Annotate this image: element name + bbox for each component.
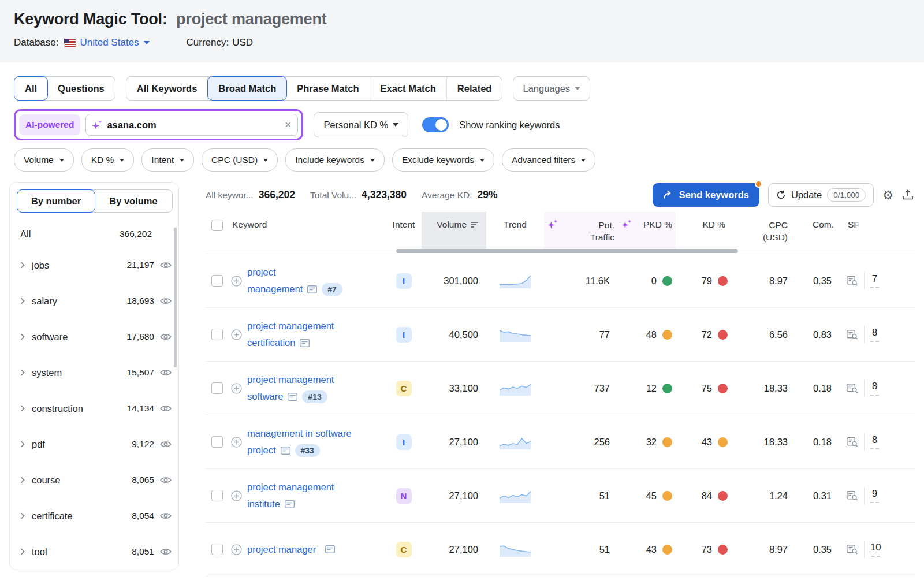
eye-icon[interactable]: [160, 548, 172, 556]
add-keyword-icon[interactable]: [231, 383, 242, 394]
match-type-tab[interactable]: Exact Match: [370, 77, 447, 100]
horizontal-scrollbar[interactable]: [396, 249, 738, 253]
filter-label: KD %: [91, 155, 114, 165]
trend-cell: [486, 434, 544, 449]
ranking-toggle[interactable]: [422, 117, 449, 132]
row-checkbox[interactable]: [211, 544, 223, 555]
keyword-group-row[interactable]: tool 8,051: [17, 534, 173, 570]
filter-dropdown[interactable]: Exclude keywords: [392, 148, 494, 172]
filter-dropdown[interactable]: CPC (USD): [202, 148, 278, 172]
row-checkbox[interactable]: [211, 329, 223, 340]
row-checkbox[interactable]: [211, 436, 223, 448]
keyword-group-row[interactable]: construction 14,134: [17, 390, 173, 426]
database-selector[interactable]: United States: [80, 37, 150, 49]
keyword-link[interactable]: institute: [247, 496, 280, 512]
col-com[interactable]: Com.: [796, 212, 840, 230]
keyword-group-row[interactable]: certificate 8,054: [17, 498, 173, 534]
col-volume[interactable]: Volume: [422, 212, 486, 249]
keyword-link[interactable]: certification: [247, 334, 295, 351]
update-button[interactable]: Update 0/1,000: [768, 183, 874, 207]
serp-features-icon[interactable]: [847, 437, 858, 447]
keyword-link[interactable]: project management: [247, 479, 334, 496]
add-keyword-icon[interactable]: [231, 276, 242, 287]
by-volume-label: By volume: [109, 196, 157, 207]
keyword-link[interactable]: management: [247, 281, 303, 297]
col-keyword[interactable]: Keyword: [231, 212, 386, 230]
domain-input[interactable]: [107, 120, 280, 131]
col-sf[interactable]: SF: [840, 212, 900, 230]
serp-preview-icon[interactable]: [300, 339, 310, 347]
keyword-link[interactable]: project management: [247, 371, 334, 388]
add-keyword-icon[interactable]: [231, 437, 242, 448]
languages-dropdown[interactable]: Languages: [513, 76, 590, 101]
keyword-link[interactable]: project manager: [247, 541, 316, 558]
row-checkbox[interactable]: [211, 275, 223, 287]
select-all-checkbox[interactable]: [211, 220, 223, 231]
keyword-link[interactable]: project management: [247, 318, 334, 334]
filter-dropdown[interactable]: Intent: [141, 148, 194, 172]
keyword-group-row[interactable]: course 8,065: [17, 462, 173, 498]
kd-value: 84: [702, 490, 712, 501]
eye-icon[interactable]: [160, 476, 172, 484]
col-pot-traffic[interactable]: Pot. Traffic: [544, 212, 618, 249]
filter-dropdown[interactable]: Volume: [14, 148, 74, 172]
match-type-tab[interactable]: Phrase Match: [286, 77, 370, 100]
serp-features-icon[interactable]: [847, 384, 858, 393]
settings-gear-icon[interactable]: ⚙: [882, 189, 893, 201]
serp-preview-icon[interactable]: [307, 285, 317, 293]
row-checkbox[interactable]: [211, 382, 223, 394]
keyword-type-tab[interactable]: Questions: [47, 77, 115, 100]
keyword-group-row[interactable]: salary 18,693: [17, 283, 173, 319]
keyword-group-row[interactable]: system 15,507: [17, 355, 173, 390]
col-intent[interactable]: Intent: [386, 212, 422, 230]
col-trend[interactable]: Trend: [486, 212, 544, 230]
match-type-tab[interactable]: All Keywords: [126, 77, 208, 100]
serp-preview-icon[interactable]: [288, 393, 297, 401]
serp-features-icon[interactable]: [847, 276, 858, 286]
add-keyword-icon[interactable]: [231, 544, 242, 555]
keyword-group-row[interactable]: pdf 9,122: [17, 426, 173, 462]
keyword-link[interactable]: project: [247, 442, 276, 459]
match-type-tab[interactable]: Related: [447, 77, 502, 100]
keyword-link[interactable]: software: [247, 388, 283, 405]
send-keywords-button[interactable]: Send keywords: [653, 183, 759, 207]
eye-icon[interactable]: [160, 333, 172, 341]
com-value: 0.83: [796, 329, 840, 340]
add-keyword-icon[interactable]: [231, 490, 242, 501]
filter-dropdown[interactable]: Include keywords: [285, 148, 385, 172]
serp-features-icon[interactable]: [847, 330, 858, 340]
filter-dropdown[interactable]: Advanced filters: [502, 148, 595, 172]
ai-search-row: AI-powered × Personal KD % Show ranking …: [0, 109, 924, 140]
group-all-row[interactable]: All 366,202: [17, 221, 173, 247]
keyword-link[interactable]: project: [247, 264, 276, 281]
serp-preview-icon[interactable]: [281, 447, 290, 455]
personal-kd-dropdown[interactable]: Personal KD %: [314, 112, 408, 137]
filter-dropdown[interactable]: KD %: [81, 148, 135, 172]
eye-icon[interactable]: [160, 261, 172, 269]
clear-input-icon[interactable]: ×: [285, 118, 291, 131]
col-pkd[interactable]: PKD %: [618, 212, 676, 249]
export-icon[interactable]: [902, 189, 914, 200]
serp-preview-icon[interactable]: [325, 545, 335, 553]
match-type-tab[interactable]: Broad Match: [207, 76, 287, 101]
row-checkbox[interactable]: [211, 490, 223, 501]
eye-icon[interactable]: [160, 369, 172, 377]
keyword-type-tab[interactable]: All: [14, 76, 48, 101]
col-cpc[interactable]: CPC (USD): [731, 212, 796, 244]
keyword-group-row[interactable]: software 17,680: [17, 319, 173, 355]
group-list: jobs 21,197 salary 18,693 software 17,68…: [17, 247, 173, 570]
serp-preview-icon[interactable]: [285, 500, 295, 508]
eye-icon[interactable]: [160, 512, 172, 520]
by-number-tab[interactable]: By number: [17, 189, 95, 213]
add-keyword-icon[interactable]: [231, 329, 242, 340]
col-kd[interactable]: KD %: [676, 212, 731, 230]
eye-icon[interactable]: [160, 440, 172, 448]
serp-features-icon[interactable]: [847, 545, 858, 555]
keyword-link[interactable]: management in software: [247, 425, 352, 442]
eye-icon[interactable]: [160, 404, 172, 412]
by-volume-tab[interactable]: By volume: [95, 190, 172, 212]
keyword-group-row[interactable]: jobs 21,197: [17, 247, 173, 283]
sidebar-scrollbar[interactable]: [174, 228, 177, 367]
eye-icon[interactable]: [160, 297, 172, 305]
serp-features-icon[interactable]: [847, 491, 858, 501]
